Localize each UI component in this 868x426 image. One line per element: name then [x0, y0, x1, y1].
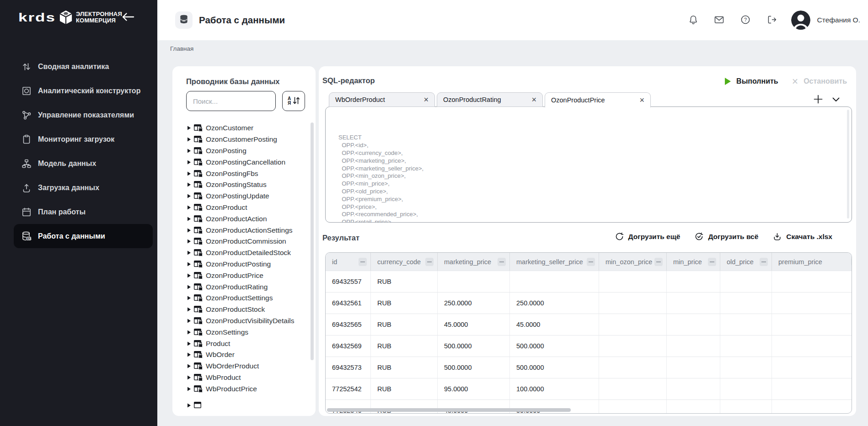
caret-right-icon[interactable]	[188, 341, 191, 346]
caret-right-icon[interactable]	[188, 285, 191, 289]
caret-right-icon[interactable]	[188, 137, 191, 142]
table-row[interactable]: 69432569 RUB 500.0000 500.0000	[326, 335, 852, 357]
tab-ozonproductrating[interactable]: OzonProductRating ×	[437, 92, 543, 107]
sidebar-item-model-dannyh[interactable]: Модель данных	[14, 151, 153, 176]
table-tree-item[interactable]: OzonPostingUpdate	[188, 191, 304, 202]
column-menu-icon[interactable]	[425, 258, 434, 266]
caret-right-icon[interactable]	[188, 273, 191, 278]
stop-query-button[interactable]: × Остановить	[792, 77, 847, 85]
caret-right-icon[interactable]	[188, 250, 191, 255]
caret-right-icon[interactable]	[188, 307, 191, 312]
sort-button[interactable]: А Я	[282, 91, 305, 111]
table-tree-item[interactable]: Product	[188, 338, 304, 349]
load-more-button[interactable]: Догрузить ещё	[615, 232, 680, 241]
caret-right-icon[interactable]	[188, 352, 191, 357]
sql-code-line: SELECT	[338, 134, 842, 142]
tab-wborderproduct[interactable]: WbOrderProduct ×	[329, 92, 435, 107]
column-menu-icon[interactable]	[359, 258, 367, 266]
table-tree-item[interactable]: OzonProduct	[188, 202, 304, 213]
table-tree-item-partial[interactable]	[188, 400, 203, 411]
breadcrumb[interactable]: Главная	[170, 45, 193, 52]
table-tree-item[interactable]: OzonProductVisibilityDetails	[188, 315, 304, 327]
caret-right-icon[interactable]	[188, 182, 191, 187]
caret-right-icon[interactable]	[188, 217, 191, 221]
collapse-sidebar-button[interactable]	[122, 12, 134, 23]
add-tab-button[interactable]	[813, 94, 823, 106]
caret-right-icon[interactable]	[188, 160, 191, 165]
table-tree-item[interactable]: OzonProductDetailedStock	[188, 247, 304, 259]
table-tree-item[interactable]: OzonCustomer	[188, 122, 304, 134]
table-tree-item[interactable]: OzonProductStock	[188, 304, 304, 315]
messages-button[interactable]	[713, 14, 725, 26]
caret-right-icon[interactable]	[188, 194, 191, 198]
sql-code-editor[interactable]: SELECT OPP.<id>, OPP.<currency_code>, OP…	[325, 106, 852, 223]
column-menu-icon[interactable]	[587, 258, 595, 266]
column-menu-icon[interactable]	[851, 258, 852, 266]
close-icon[interactable]: ×	[423, 96, 429, 104]
sidebar-item-analiticheskiy-konstruktor[interactable]: Аналитический конструктор	[14, 79, 153, 103]
caret-right-icon[interactable]	[188, 262, 191, 266]
close-icon[interactable]: ×	[531, 96, 536, 104]
table-tree-item[interactable]: OzonProductPosting	[188, 259, 304, 270]
table-tree-item[interactable]: OzonPostingCancellation	[188, 156, 304, 168]
sidebar-item-svodnaya-analitika[interactable]: Сводная аналитика	[14, 54, 153, 79]
search-input[interactable]	[186, 91, 276, 111]
table-tree-item[interactable]: OzonProductAction	[188, 213, 304, 224]
table-tree-item[interactable]: OzonProductSettings	[188, 293, 304, 304]
column-menu-icon[interactable]	[708, 258, 716, 266]
notifications-button[interactable]	[687, 14, 699, 26]
table-tree-item[interactable]: OzonProductCommission	[188, 236, 304, 247]
table-tree-item[interactable]: OzonProductActionSettings	[188, 224, 304, 236]
load-all-button[interactable]: Догрузить всё	[695, 232, 758, 241]
caret-right-icon[interactable]	[188, 126, 191, 130]
editor-scrollbar[interactable]	[847, 110, 849, 218]
close-icon[interactable]: ×	[639, 96, 644, 104]
table-tree-item[interactable]: OzonSettings	[188, 326, 304, 338]
caret-right-icon[interactable]	[188, 319, 191, 323]
caret-right-icon[interactable]	[188, 171, 191, 176]
caret-right-icon[interactable]	[188, 296, 191, 300]
sidebar-item-zagruzka-dannyh[interactable]: Загрузка данных	[14, 176, 153, 200]
column-menu-icon[interactable]	[498, 258, 506, 266]
column-menu-icon[interactable]	[760, 258, 768, 266]
column-menu-icon[interactable]	[654, 258, 663, 266]
sidebar-item-rabota-s-dannymi[interactable]: SQL Работа с данными	[14, 224, 153, 248]
table-tree-item[interactable]: OzonCustomerPosting	[188, 134, 304, 145]
avatar[interactable]	[791, 11, 810, 30]
caret-right-icon[interactable]	[188, 364, 191, 368]
table-row[interactable]: 69432561 RUB 250.0000 250.0000	[326, 292, 852, 314]
table-tree-item[interactable]: OzonProductPrice	[188, 270, 304, 281]
table-tree-item[interactable]: WbProductPrice	[188, 383, 304, 394]
user-name[interactable]: Стефания О.	[817, 16, 860, 24]
caret-right-icon[interactable]	[188, 375, 191, 380]
table-tree-item[interactable]: OzonPostingStatus	[188, 179, 304, 191]
sidebar-item-monitoring-zagruzok[interactable]: Мониторинг загрузок	[14, 127, 153, 151]
table-row[interactable]: 69432565 RUB 45.0000 45.0000	[326, 314, 852, 335]
table-tree-item[interactable]: WbOrder	[188, 349, 304, 361]
logout-button[interactable]	[766, 14, 777, 26]
download-xlsx-button[interactable]: Скачать .xlsx	[773, 232, 832, 241]
table-tree-item[interactable]: OzonPosting	[188, 145, 304, 157]
table-tree-item[interactable]: OzonPostingFbs	[188, 168, 304, 179]
horizontal-scrollbar[interactable]	[327, 408, 571, 412]
tab-label: WbOrderProduct	[335, 96, 385, 103]
tab-ozonproductprice[interactable]: OzonProductPrice ×	[545, 92, 651, 107]
sidebar-item-upravlenie-pokazatelyami[interactable]: Управление показателями	[14, 103, 153, 127]
tab-list-button[interactable]	[832, 96, 840, 103]
table-tree-item[interactable]: OzonProductRating	[188, 281, 304, 293]
table-row[interactable]: 77252542 RUB 95.0000 100.0000	[326, 378, 852, 399]
table-row[interactable]: 69432573 RUB 500.0000 500.0000	[326, 357, 852, 378]
caret-right-icon[interactable]	[188, 330, 191, 335]
table-tree-item[interactable]: WbOrderProduct	[188, 361, 304, 372]
table-tree-item[interactable]: WbProduct	[188, 372, 304, 383]
caret-right-icon[interactable]	[188, 228, 191, 233]
caret-right-icon[interactable]	[188, 239, 191, 244]
help-button[interactable]: ?	[739, 14, 751, 26]
caret-right-icon[interactable]	[188, 205, 191, 210]
run-query-button[interactable]: Выполнить	[725, 77, 778, 85]
table-row[interactable]: 69432557 RUB	[326, 271, 852, 292]
tree-scrollbar[interactable]	[311, 122, 314, 360]
sidebar-item-plan-raboty[interactable]: План работы	[14, 200, 153, 224]
caret-right-icon[interactable]	[188, 149, 191, 153]
caret-right-icon[interactable]	[188, 387, 191, 391]
